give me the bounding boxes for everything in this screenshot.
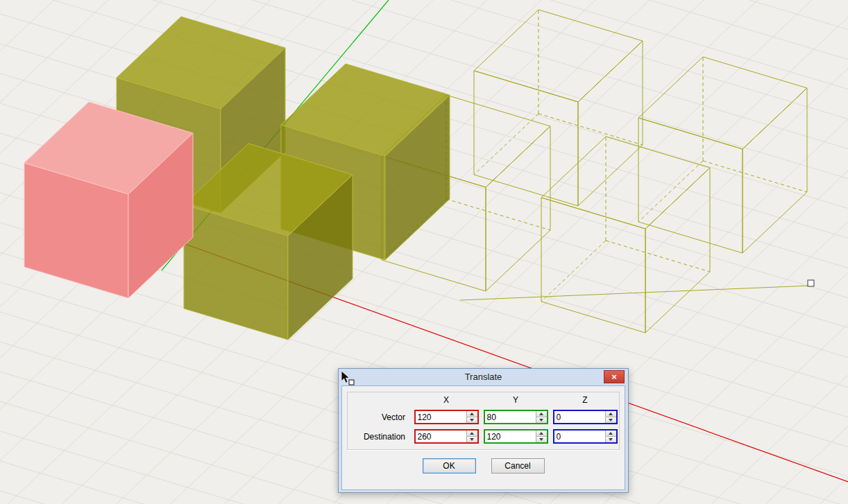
destination-z-spin-down-button[interactable] bbox=[606, 437, 616, 442]
ok-button[interactable]: OK bbox=[423, 458, 476, 473]
vector-y-value[interactable] bbox=[485, 411, 536, 423]
down-arrow-icon bbox=[470, 419, 474, 422]
dialog-body: X Y Z Vector bbox=[341, 385, 625, 490]
destination-row-label: Destination bbox=[350, 432, 412, 442]
destination-x-value[interactable] bbox=[416, 431, 466, 442]
vector-y-input[interactable] bbox=[484, 410, 548, 424]
wireframe-cube-preview[interactable] bbox=[474, 10, 643, 206]
vector-y-spinner bbox=[536, 411, 547, 423]
translate-dialog: Translate × X Y Z Vector bbox=[338, 368, 629, 493]
vector-x-spinner bbox=[466, 411, 477, 423]
destination-y-spin-down-button[interactable] bbox=[536, 437, 547, 442]
destination-x-spin-down-button[interactable] bbox=[467, 437, 477, 442]
dialog-titlebar[interactable]: Translate × bbox=[341, 369, 625, 385]
destination-z-spinner bbox=[605, 431, 616, 442]
vector-x-input[interactable] bbox=[414, 410, 479, 424]
translate-fields-group: X Y Z Vector bbox=[347, 392, 620, 450]
up-arrow-icon bbox=[539, 412, 543, 415]
vector-x-spin-up-button[interactable] bbox=[467, 411, 477, 417]
wireframe-cube-preview[interactable] bbox=[541, 137, 710, 333]
vector-x-spin-down-button[interactable] bbox=[467, 417, 477, 423]
vector-x-value[interactable] bbox=[416, 411, 466, 423]
vector-z-value[interactable] bbox=[554, 411, 605, 423]
vector-z-input[interactable] bbox=[553, 410, 618, 424]
up-arrow-icon bbox=[470, 412, 474, 415]
translation-handle[interactable] bbox=[808, 280, 814, 286]
up-arrow-icon bbox=[470, 432, 474, 435]
cube-selected[interactable] bbox=[24, 102, 193, 298]
cancel-button[interactable]: Cancel bbox=[491, 458, 545, 473]
destination-y-input[interactable] bbox=[484, 429, 548, 444]
column-header-y: Y bbox=[481, 395, 550, 405]
column-header-x: X bbox=[412, 395, 481, 405]
vector-z-spin-up-button[interactable] bbox=[606, 411, 616, 417]
translation-indicator-line bbox=[460, 286, 811, 300]
column-header-z: Z bbox=[550, 395, 620, 405]
vector-z-spinner bbox=[605, 411, 616, 423]
vector-y-spin-up-button[interactable] bbox=[536, 411, 547, 417]
destination-x-spinner bbox=[466, 431, 477, 442]
destination-z-spin-up-button[interactable] bbox=[606, 431, 616, 437]
down-arrow-icon bbox=[609, 419, 613, 422]
close-icon: × bbox=[611, 372, 617, 381]
cad-viewport[interactable]: Translate × X Y Z Vector bbox=[0, 0, 848, 504]
destination-y-spin-up-button[interactable] bbox=[536, 431, 547, 437]
destination-y-spinner bbox=[536, 431, 547, 442]
mouse-cursor-icon bbox=[339, 370, 356, 387]
destination-z-value[interactable] bbox=[554, 431, 605, 442]
vector-y-spin-down-button[interactable] bbox=[536, 417, 547, 423]
wireframe-cube-preview[interactable] bbox=[638, 57, 807, 253]
destination-x-input[interactable] bbox=[414, 429, 479, 444]
destination-y-value[interactable] bbox=[485, 431, 536, 442]
vector-z-spin-down-button[interactable] bbox=[606, 417, 616, 423]
close-button[interactable]: × bbox=[604, 370, 625, 383]
destination-x-spin-up-button[interactable] bbox=[467, 431, 477, 437]
down-arrow-icon bbox=[539, 419, 543, 422]
down-arrow-icon bbox=[539, 438, 543, 441]
up-arrow-icon bbox=[609, 432, 613, 435]
up-arrow-icon bbox=[609, 412, 613, 415]
down-arrow-icon bbox=[609, 438, 613, 441]
up-arrow-icon bbox=[539, 432, 543, 435]
vector-row-label: Vector bbox=[350, 412, 412, 422]
dialog-title: Translate bbox=[341, 369, 625, 385]
down-arrow-icon bbox=[470, 438, 474, 441]
destination-z-input[interactable] bbox=[553, 429, 618, 444]
